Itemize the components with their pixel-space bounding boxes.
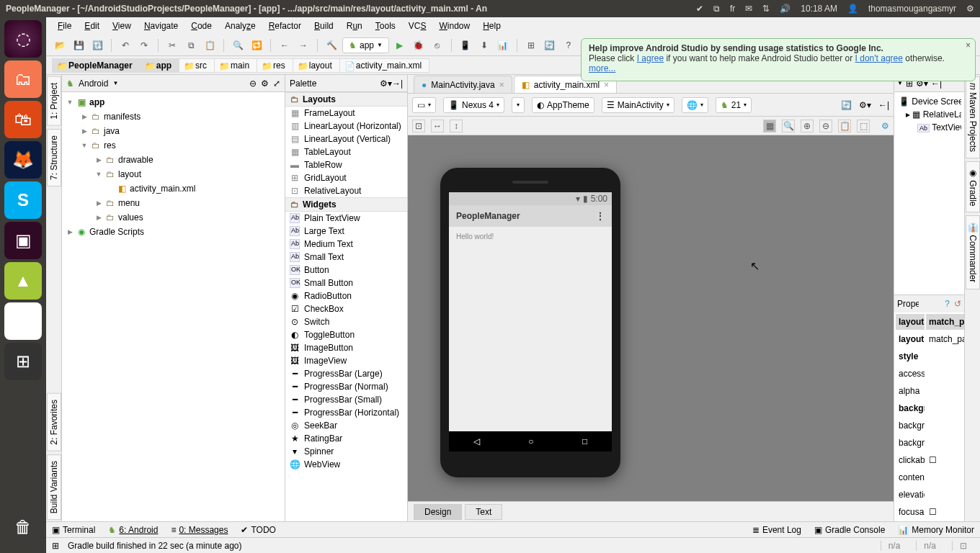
palette-item[interactable]: ◎SeekBar (285, 419, 407, 432)
gradle-tool-tab[interactable]: ◉ Gradle (966, 161, 980, 212)
copy-icon[interactable]: ⧉ (183, 37, 199, 53)
status-ok-icon[interactable]: ✔ (696, 4, 703, 14)
palette-hide-icon[interactable]: →| (392, 78, 403, 89)
tree-menu[interactable]: ▶🗀menu (62, 196, 285, 210)
menu-window[interactable]: Window (433, 19, 476, 32)
palette-item[interactable]: ▤LinearLayout (Vertical) (285, 132, 407, 145)
structure-icon[interactable]: ⊞ (523, 37, 539, 53)
device-screen[interactable]: ▾ ▮ 5:00 PeopleManager ⋮ Hello world! ◁ (449, 192, 612, 451)
bc-res[interactable]: 📁res (257, 58, 293, 73)
messages-tool-tab[interactable]: ≡ 0: Messages (171, 525, 228, 535)
palette-item[interactable]: ━ProgressBar (Horizontal) (285, 406, 407, 419)
project-view-mode[interactable]: Android (79, 78, 108, 89)
redo-icon[interactable]: ↷ (136, 37, 152, 53)
palette-item[interactable]: ▾Spinner (285, 445, 407, 458)
cut-icon[interactable]: ✂ (164, 37, 180, 53)
design-canvas[interactable]: ▾ ▮ 5:00 PeopleManager ⋮ Hello world! ◁ (408, 135, 894, 501)
volume-icon[interactable]: 🔊 (780, 4, 790, 14)
menu-help[interactable]: Help (477, 19, 507, 32)
bc-layout[interactable]: 📁layout (293, 58, 340, 73)
paste-icon[interactable]: 📋 (202, 37, 218, 53)
make-icon[interactable]: 🔨 (324, 37, 339, 53)
palette-item[interactable]: ━ProgressBar (Normal) (285, 380, 407, 393)
back-icon[interactable]: ← (277, 37, 293, 53)
network-icon[interactable]: ⇅ (762, 4, 770, 14)
find-icon[interactable]: 🔍 (230, 37, 246, 53)
palette-item[interactable]: AbPlain TextView (285, 212, 407, 225)
open-icon[interactable]: 📂 (52, 37, 68, 53)
dash-icon[interactable]: ◌ (4, 20, 42, 58)
structure-tool-tab[interactable]: 7: Structure (47, 129, 61, 186)
palette-item[interactable]: OKButton (285, 264, 407, 276)
ct-relativelayout[interactable]: ▸ ▦ RelativeLayout (897, 108, 961, 121)
run-config-selector[interactable]: ♞ app ▼ (342, 37, 389, 53)
activity-selector[interactable]: ☰MainActivity▾ (602, 97, 674, 113)
menu-navigate[interactable]: Navigate (138, 19, 184, 32)
orientation-selector[interactable]: ▭▾ (412, 97, 436, 113)
palette-item[interactable]: ▥LinearLayout (Horizontal) (285, 120, 407, 132)
debug-icon[interactable]: 🐞 (411, 37, 427, 53)
tab-mainactivity[interactable]: ●MainActivity.java× (414, 76, 512, 93)
design-gear-icon[interactable]: ⚙▾ (859, 100, 871, 110)
tree-app[interactable]: ▼▣app (62, 95, 285, 109)
bc-project[interactable]: 📁PeopleManager (52, 58, 141, 73)
tree-java[interactable]: ▶🗀java (62, 124, 285, 138)
hide-preview-icon[interactable]: ←| (878, 100, 889, 110)
palette-item[interactable]: ━ProgressBar (Large) (285, 367, 407, 380)
dont-agree-link[interactable]: I don't agree (855, 53, 903, 63)
palette-group-widgets[interactable]: 🗀Widgets (285, 197, 407, 212)
collapse-icon[interactable]: ⊖ (249, 78, 257, 89)
todo-tool-tab[interactable]: ✔ TODO (241, 525, 275, 535)
tool-window-toggle-icon[interactable]: ⊞ (52, 541, 59, 551)
locale-selector[interactable]: 🌐▾ (682, 97, 708, 113)
palette-item[interactable]: AbMedium Text (285, 238, 407, 251)
gradle-console-tool-tab[interactable]: ▣ Gradle Console (814, 525, 885, 535)
palette-item[interactable]: ▦TableLayout (285, 145, 407, 158)
palette-item[interactable]: ◐ToggleButton (285, 328, 407, 341)
commander-tool-tab[interactable]: 👔 Commander (966, 215, 980, 289)
preview-textview[interactable]: Hello world! (449, 227, 612, 246)
agree-link[interactable]: I agree (637, 53, 664, 63)
tree-values[interactable]: ▶🗀values (62, 210, 285, 225)
run-icon[interactable]: ▶ (392, 37, 408, 53)
ddms-icon[interactable]: 📊 (495, 37, 511, 53)
toggle-height-icon[interactable]: ↕ (450, 120, 463, 132)
tree-manifests[interactable]: ▶🗀manifests (62, 109, 285, 124)
text-mode-tab[interactable]: Text (465, 504, 502, 520)
refresh-icon[interactable]: 🔄 (841, 100, 852, 110)
dropbox-icon[interactable]: ⧉ (713, 4, 720, 14)
trash-icon[interactable]: 🗑 (4, 508, 42, 546)
menu-build[interactable]: Build (308, 19, 339, 32)
zoom-out-icon[interactable]: ⊖ (819, 120, 832, 132)
palette-item[interactable]: AbSmall Text (285, 251, 407, 264)
tree-res[interactable]: ▼🗀res (62, 138, 285, 153)
tree-gradle[interactable]: ▶◉Gradle Scripts (62, 225, 285, 239)
palette-item[interactable]: ◉RadioButton (285, 289, 407, 302)
device-selector[interactable]: 📱Nexus 4▾ (443, 97, 504, 113)
terminal-tool-tab[interactable]: ▣ Terminal (52, 525, 95, 535)
palette-item[interactable]: ★RatingBar (285, 432, 407, 445)
props-help-icon[interactable]: ? (945, 299, 950, 309)
close-tab-icon[interactable]: × (499, 80, 504, 90)
android-tool-tab[interactable]: ♞ 6: Android (108, 525, 158, 535)
menu-analyze[interactable]: Analyze (219, 19, 262, 32)
palette-item[interactable]: ⊞GridLayout (285, 171, 407, 184)
help-icon[interactable]: ? (561, 37, 576, 53)
menu-file[interactable]: File (52, 19, 77, 32)
tree-layout[interactable]: ▼🗀layout (62, 167, 285, 181)
clipboard-icon[interactable]: 📋 (838, 120, 851, 132)
menu-edit[interactable]: Edit (79, 19, 105, 32)
maven-tool-tab[interactable]: m Maven Projects (966, 76, 980, 158)
sdk-icon[interactable]: ⬇ (476, 37, 492, 53)
undo-icon[interactable]: ↶ (117, 37, 133, 53)
layers-icon[interactable]: ⬚ (857, 120, 870, 132)
api-selector[interactable]: ♞21▾ (716, 97, 752, 113)
menu-run[interactable]: Run (341, 19, 368, 32)
memory-monitor-tool-tab[interactable]: 📊 Memory Monitor (898, 525, 974, 535)
replace-icon[interactable]: 🔁 (249, 37, 264, 53)
gear-icon[interactable]: ⚙ (261, 78, 269, 89)
save-icon[interactable]: 💾 (71, 37, 86, 53)
avd-icon[interactable]: 📱 (458, 37, 473, 53)
mail-icon[interactable]: ✉ (745, 4, 752, 14)
palette-item[interactable]: 🖼ImageButton (285, 341, 407, 354)
